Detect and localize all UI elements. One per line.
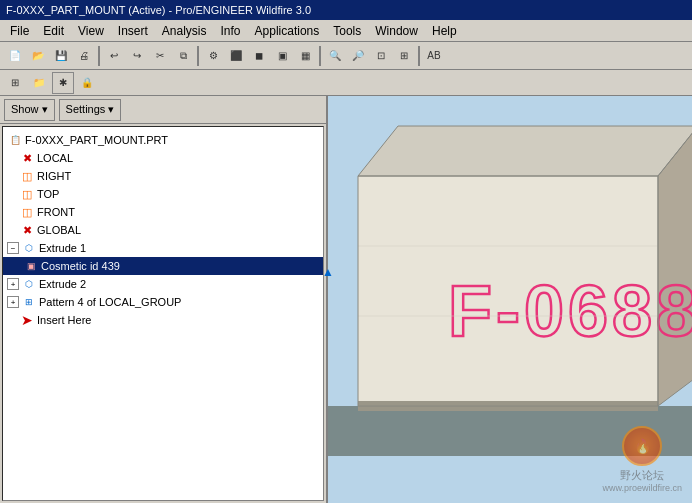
watermark-url: www.proewildfire.cn bbox=[602, 483, 682, 493]
tree-label-local: LOCAL bbox=[37, 152, 73, 164]
tree-item-global[interactable]: ✖ GLOBAL bbox=[3, 221, 323, 239]
toolbar-tree-icon3[interactable]: ✱ bbox=[52, 72, 74, 94]
menu-analysis[interactable]: Analysis bbox=[156, 22, 213, 40]
watermark: 🔥 野火论坛 www.proewildfire.cn bbox=[602, 426, 682, 493]
tree-label-global: GLOBAL bbox=[37, 224, 81, 236]
menu-insert[interactable]: Insert bbox=[112, 22, 154, 40]
toolbar-zoom-out[interactable]: 🔎 bbox=[347, 45, 369, 67]
tree-item-front[interactable]: ◫ FRONT bbox=[3, 203, 323, 221]
toolbar-copy[interactable]: ⧉ bbox=[172, 45, 194, 67]
menu-edit[interactable]: Edit bbox=[37, 22, 70, 40]
toolbar-save[interactable]: 💾 bbox=[50, 45, 72, 67]
tree-label-root: F-0XXX_PART_MOUNT.PRT bbox=[25, 134, 168, 146]
tree-label-cosmetic: Cosmetic id 439 bbox=[41, 260, 120, 272]
tree-item-top[interactable]: ◫ TOP bbox=[3, 185, 323, 203]
toolbar-regenerate[interactable]: ⚙ bbox=[202, 45, 224, 67]
expand-pattern[interactable]: + bbox=[7, 296, 19, 308]
toolbar-redo[interactable]: ↪ bbox=[126, 45, 148, 67]
main-content: Show ▾ Settings ▾ 📋 F-0XXX_PART_MOUNT.PR… bbox=[0, 96, 692, 503]
plane-icon-front: ◫ bbox=[19, 204, 35, 220]
pattern-icon: ⊞ bbox=[21, 294, 37, 310]
expand-extrude2[interactable]: + bbox=[7, 278, 19, 290]
viewport[interactable]: F-0688 🔥 野火论坛 www.proewildfire.cn bbox=[328, 96, 692, 503]
menu-tools[interactable]: Tools bbox=[327, 22, 367, 40]
tree-item-extrude2[interactable]: + ⬡ Extrude 2 bbox=[3, 275, 323, 293]
toolbar-b4[interactable]: ⊞ bbox=[393, 45, 415, 67]
tree-item-insert[interactable]: ➤ Insert Here bbox=[3, 311, 323, 329]
toolbar-fit[interactable]: ⊡ bbox=[370, 45, 392, 67]
toolbar-cut[interactable]: ✂ bbox=[149, 45, 171, 67]
menu-bar: File Edit View Insert Analysis Info Appl… bbox=[0, 20, 692, 42]
plane-icon-top: ◫ bbox=[19, 186, 35, 202]
toolbar-open[interactable]: 📂 bbox=[27, 45, 49, 67]
toolbar-print[interactable]: 🖨 bbox=[73, 45, 95, 67]
title-text: F-0XXX_PART_MOUNT (Active) - Pro/ENGINEE… bbox=[6, 4, 311, 16]
title-bar: F-0XXX_PART_MOUNT (Active) - Pro/ENGINEE… bbox=[0, 0, 692, 20]
tree-label-insert: Insert Here bbox=[37, 314, 91, 326]
resize-handle[interactable]: ▲ bbox=[322, 265, 334, 279]
tree-item-cosmetic[interactable]: ▣ Cosmetic id 439 bbox=[3, 257, 323, 275]
sep1 bbox=[98, 46, 100, 66]
global-axis-icon: ✖ bbox=[19, 222, 35, 238]
axis-icon: ✖ bbox=[19, 150, 35, 166]
tree-item-local[interactable]: ✖ LOCAL bbox=[3, 149, 323, 167]
tree-item-extrude1[interactable]: − ⬡ Extrude 1 bbox=[3, 239, 323, 257]
tree-label-front: FRONT bbox=[37, 206, 75, 218]
menu-applications[interactable]: Applications bbox=[249, 22, 326, 40]
tree-item-root[interactable]: 📋 F-0XXX_PART_MOUNT.PRT bbox=[3, 131, 323, 149]
tree-label-extrude1: Extrude 1 bbox=[39, 242, 86, 254]
menu-file[interactable]: File bbox=[4, 22, 35, 40]
tree-item-pattern[interactable]: + ⊞ Pattern 4 of LOCAL_GROUP bbox=[3, 293, 323, 311]
tree-label-right: RIGHT bbox=[37, 170, 71, 182]
toolbar-zoom-in[interactable]: 🔍 bbox=[324, 45, 346, 67]
insert-arrow-icon: ➤ bbox=[19, 312, 35, 328]
toolbar-b2[interactable]: ▣ bbox=[271, 45, 293, 67]
toolbar-tree-icon2[interactable]: 📁 bbox=[28, 72, 50, 94]
toolbar-b3[interactable]: ▦ bbox=[294, 45, 316, 67]
watermark-logo: 🔥 bbox=[622, 426, 662, 466]
toolbar-tree-icon4[interactable]: 🔒 bbox=[76, 72, 98, 94]
toolbar-new[interactable]: 📄 bbox=[4, 45, 26, 67]
watermark-text: 野火论坛 bbox=[602, 468, 682, 483]
cad-label: F-0688 bbox=[448, 271, 692, 351]
panel-toolbar: Show ▾ Settings ▾ bbox=[0, 96, 326, 124]
menu-window[interactable]: Window bbox=[369, 22, 424, 40]
folder-icon: 📋 bbox=[7, 132, 23, 148]
toolbar-tree-icon1[interactable]: ⊞ bbox=[4, 72, 26, 94]
menu-view[interactable]: View bbox=[72, 22, 110, 40]
tree-label-pattern: Pattern 4 of LOCAL_GROUP bbox=[39, 296, 181, 308]
sep3 bbox=[319, 46, 321, 66]
left-panel: Show ▾ Settings ▾ 📋 F-0XXX_PART_MOUNT.PR… bbox=[0, 96, 328, 503]
sep4 bbox=[418, 46, 420, 66]
sep2 bbox=[197, 46, 199, 66]
secondary-toolbar: ⊞ 📁 ✱ 🔒 bbox=[0, 70, 692, 96]
tree-label-extrude2: Extrude 2 bbox=[39, 278, 86, 290]
main-toolbar: 📄 📂 💾 🖨 ↩ ↪ ✂ ⧉ ⚙ ⬛ ◼ ▣ ▦ 🔍 🔎 ⊡ ⊞ AB bbox=[0, 42, 692, 70]
extrude2-icon: ⬡ bbox=[21, 276, 37, 292]
toolbar-b1[interactable]: ◼ bbox=[248, 45, 270, 67]
menu-help[interactable]: Help bbox=[426, 22, 463, 40]
tree-item-right[interactable]: ◫ RIGHT bbox=[3, 167, 323, 185]
toolbar-feature[interactable]: ⬛ bbox=[225, 45, 247, 67]
expand-extrude1[interactable]: − bbox=[7, 242, 19, 254]
settings-dropdown[interactable]: Settings ▾ bbox=[59, 99, 122, 121]
model-tree[interactable]: 📋 F-0XXX_PART_MOUNT.PRT ✖ LOCAL ◫ RIGHT … bbox=[2, 126, 324, 501]
cosmetic-icon: ▣ bbox=[23, 258, 39, 274]
toolbar-undo[interactable]: ↩ bbox=[103, 45, 125, 67]
toolbar-b5[interactable]: AB bbox=[423, 45, 445, 67]
plane-icon-right: ◫ bbox=[19, 168, 35, 184]
top-face bbox=[358, 126, 692, 176]
extrude-icon: ⬡ bbox=[21, 240, 37, 256]
show-dropdown[interactable]: Show ▾ bbox=[4, 99, 55, 121]
menu-info[interactable]: Info bbox=[215, 22, 247, 40]
tree-label-top: TOP bbox=[37, 188, 59, 200]
